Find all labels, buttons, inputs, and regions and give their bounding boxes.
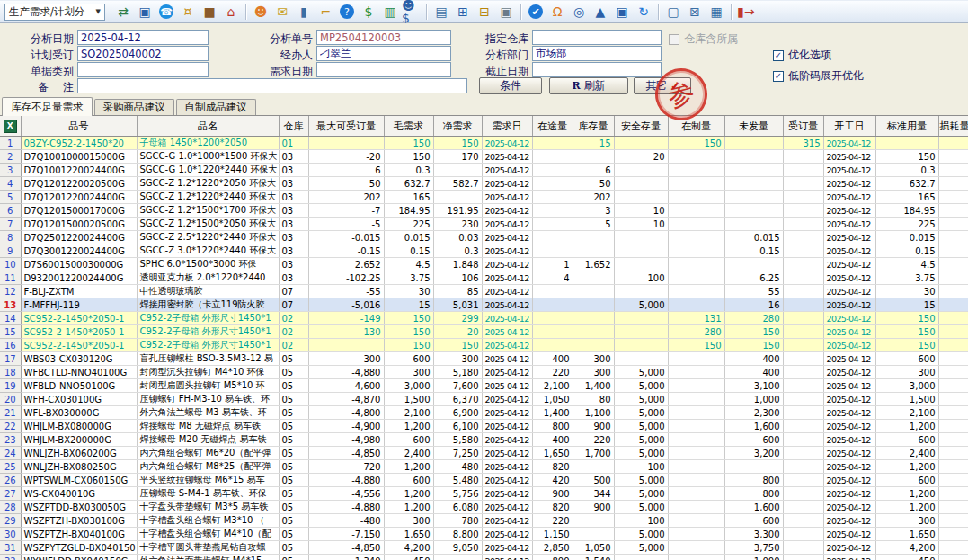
cell-unshipped-qty[interactable]: 800 bbox=[724, 474, 783, 487]
cell-start-date[interactable]: 2025-04-12 bbox=[823, 150, 875, 164]
cell-stock-qty[interactable]: 3 bbox=[573, 204, 614, 218]
cell-start-date[interactable]: 2025-04-12 bbox=[823, 474, 875, 487]
cell-net-demand[interactable]: 480 bbox=[433, 460, 482, 474]
cell-in-production-qty[interactable] bbox=[668, 271, 724, 285]
cell-safety-stock[interactable]: 10 bbox=[614, 218, 668, 231]
cell-loss-qty[interactable] bbox=[938, 555, 968, 560]
cell-net-demand[interactable]: 150 bbox=[433, 137, 482, 150]
cell-gross-demand[interactable]: 300 bbox=[384, 514, 433, 528]
cell-safety-stock[interactable]: 10 bbox=[614, 204, 668, 218]
table-row[interactable]: 5D7Q1201220024400GSGCC-Z 1.2*1220*2440 环… bbox=[0, 191, 968, 204]
cell-start-date[interactable]: 2025-04-12 bbox=[823, 487, 875, 501]
cell-in-transit-qty[interactable]: 420 bbox=[532, 474, 573, 487]
cell-demand-date[interactable]: 2025-04-12 bbox=[482, 177, 532, 191]
cell-gross-demand[interactable]: 15 bbox=[384, 298, 433, 312]
cell-start-date[interactable]: 2025-04-12 bbox=[823, 420, 875, 433]
cell-unshipped-qty[interactable]: 16 bbox=[724, 298, 783, 312]
cell-gross-demand[interactable]: 1,200 bbox=[384, 487, 433, 501]
cell-loss-qty[interactable] bbox=[938, 528, 968, 541]
cell-max-orderable[interactable]: -480 bbox=[308, 514, 384, 528]
table-row[interactable]: 27WS-CX040010G压铆螺母 S-M4-1 易车铁、环保05-4,556… bbox=[0, 487, 968, 501]
cell-safety-stock[interactable]: 5,000 bbox=[614, 474, 668, 487]
cell-in-transit-qty[interactable]: 400 bbox=[532, 352, 573, 366]
report-icon[interactable]: ▤ bbox=[431, 3, 451, 21]
cell-unshipped-qty[interactable]: 3,300 bbox=[724, 528, 783, 541]
cell-start-date[interactable]: 2025-04-12 bbox=[823, 514, 875, 528]
cell-in-production-qty[interactable] bbox=[668, 514, 724, 528]
cell-item-code[interactable]: SC952-2-1450*2050-1 bbox=[21, 339, 137, 352]
cell-net-demand[interactable]: 5,580 bbox=[433, 433, 482, 447]
cell-loss-qty[interactable] bbox=[938, 393, 968, 406]
cell-safety-stock[interactable]: 5,000 bbox=[614, 541, 668, 555]
cell-unshipped-qty[interactable]: 1,600 bbox=[724, 420, 783, 433]
cell-demand-date[interactable]: 2025-04-12 bbox=[482, 218, 532, 231]
cell-warehouse[interactable]: 03 bbox=[279, 271, 308, 285]
cell-start-date[interactable]: 2025-04-12 bbox=[823, 231, 875, 244]
cell-stock-qty[interactable]: 202 bbox=[573, 191, 614, 204]
cell-warehouse[interactable]: 03 bbox=[279, 231, 308, 244]
row-number[interactable]: 29 bbox=[0, 514, 21, 528]
cell-item-name[interactable]: 封闭型沉头拉铆钉 M4*10 环保 bbox=[137, 366, 279, 379]
cell-ordered-qty[interactable] bbox=[783, 352, 823, 366]
cell-warehouse[interactable]: 03 bbox=[279, 204, 308, 218]
cell-loss-qty[interactable] bbox=[938, 474, 968, 487]
cell-max-orderable[interactable]: -0.015 bbox=[308, 231, 384, 244]
cell-in-transit-qty[interactable]: 900 bbox=[532, 487, 573, 501]
cell-item-name[interactable]: SGCC-Z 1.2*1220*2050 环保大 bbox=[137, 177, 279, 191]
monitor-icon[interactable]: ▣ bbox=[135, 3, 155, 21]
cell-stock-qty[interactable] bbox=[573, 460, 614, 474]
cell-loss-qty[interactable] bbox=[938, 460, 968, 474]
cell-standard-qty[interactable]: 150 bbox=[875, 150, 938, 164]
cell-demand-date[interactable]: 2025-04-12 bbox=[482, 514, 532, 528]
row-number[interactable]: 23 bbox=[0, 433, 21, 447]
column-header-item-code[interactable]: 品号 bbox=[21, 116, 137, 137]
cell-safety-stock[interactable]: 5,000 bbox=[614, 501, 668, 514]
column-header-standard-qty[interactable]: 标准用量 bbox=[875, 116, 938, 137]
cell-ordered-qty[interactable] bbox=[783, 379, 823, 393]
cell-standard-qty[interactable]: 600 bbox=[875, 352, 938, 366]
cell-safety-stock[interactable]: 5,000 bbox=[614, 433, 668, 447]
cell-demand-date[interactable]: 2025-04-12 bbox=[482, 366, 532, 379]
cell-stock-qty[interactable] bbox=[573, 312, 614, 325]
cell-in-transit-qty[interactable] bbox=[532, 204, 573, 218]
cell-warehouse[interactable]: 03 bbox=[279, 164, 308, 177]
cell-item-name[interactable]: 外六角法兰螺母 M3 易车铁、环 bbox=[137, 406, 279, 420]
cell-stock-qty[interactable]: 1,700 bbox=[573, 447, 614, 460]
cell-ordered-qty[interactable] bbox=[783, 339, 823, 352]
cell-item-code[interactable]: WSZPTDD-BX030050G bbox=[21, 501, 137, 514]
cell-ordered-qty[interactable] bbox=[783, 204, 823, 218]
cell-net-demand[interactable]: 9,050 bbox=[433, 541, 482, 555]
cell-in-transit-qty[interactable] bbox=[532, 339, 573, 352]
cell-max-orderable[interactable]: 2.652 bbox=[308, 258, 384, 271]
cell-stock-qty[interactable]: 1,100 bbox=[573, 406, 614, 420]
table-row[interactable]: 4D7Q1201220020500GSGCC-Z 1.2*1220*2050 环… bbox=[0, 177, 968, 191]
cell-item-code[interactable]: WSZPTZH-BX030100G bbox=[21, 514, 137, 528]
cell-safety-stock[interactable] bbox=[614, 555, 668, 560]
customer-money-icon[interactable]: ☻$ bbox=[402, 3, 422, 21]
cell-item-name[interactable]: SPHC 6.0*1500*3000 环保 bbox=[137, 258, 279, 271]
cell-safety-stock[interactable] bbox=[614, 339, 668, 352]
cell-warehouse[interactable]: 03 bbox=[279, 177, 308, 191]
cell-in-transit-qty[interactable]: 220 bbox=[532, 514, 573, 528]
cell-standard-qty[interactable]: 150 bbox=[875, 312, 938, 325]
cell-gross-demand[interactable]: 632.7 bbox=[384, 177, 433, 191]
cell-start-date[interactable]: 2025-04-12 bbox=[823, 406, 875, 420]
cell-net-demand[interactable] bbox=[433, 164, 482, 177]
cell-stock-qty[interactable]: 500 bbox=[573, 474, 614, 487]
cell-standard-qty[interactable]: 300 bbox=[875, 366, 938, 379]
table-row[interactable]: 10D7S6001500030000GSPHC 6.0*1500*3000 环保… bbox=[0, 258, 968, 271]
column-header-stock-qty[interactable]: 库存量 bbox=[573, 116, 614, 137]
cell-standard-qty[interactable]: 30 bbox=[875, 285, 938, 298]
cell-warehouse[interactable]: 02 bbox=[279, 339, 308, 352]
cell-max-orderable[interactable]: -20 bbox=[308, 150, 384, 164]
cell-unshipped-qty[interactable]: 150 bbox=[724, 339, 783, 352]
row-number[interactable]: 7 bbox=[0, 218, 21, 231]
row-number[interactable]: 15 bbox=[0, 325, 21, 339]
cell-net-demand[interactable]: 582.7 bbox=[433, 177, 482, 191]
tab-purchase-suggestion[interactable]: 采购商品建议 bbox=[94, 99, 174, 115]
cell-unshipped-qty[interactable] bbox=[724, 218, 783, 231]
row-number[interactable]: 27 bbox=[0, 487, 21, 501]
cell-max-orderable[interactable]: -7 bbox=[308, 204, 384, 218]
cell-safety-stock[interactable] bbox=[614, 231, 668, 244]
cell-gross-demand[interactable]: 2,400 bbox=[384, 447, 433, 460]
